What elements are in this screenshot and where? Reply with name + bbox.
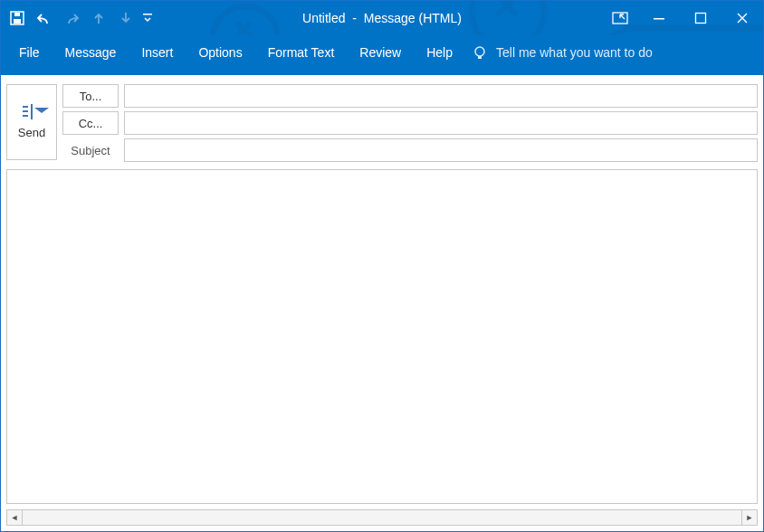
subject-label: Subject [62,144,119,157]
body-container [1,166,763,508]
tab-message[interactable]: Message [53,35,129,70]
svg-point-0 [213,6,278,35]
svg-point-1 [472,1,544,35]
customize-qat-icon[interactable] [140,5,157,31]
scroll-right-icon[interactable]: ► [741,509,758,526]
tab-options[interactable]: Options [186,35,254,70]
tell-me-label: Tell me what you want to do [496,45,653,60]
horizontal-scrollbar[interactable]: ◄ ► [6,509,758,526]
maximize-button[interactable] [680,1,721,35]
to-input[interactable] [124,84,758,108]
compose-header: Send To... Cc... Subject [1,75,763,166]
minimize-button[interactable] [638,1,680,35]
undo-icon[interactable] [32,5,57,31]
tab-insert[interactable]: Insert [129,35,186,70]
lightbulb-icon [473,45,487,60]
ribbon-tabs: File Message Insert Options Format Text … [1,35,763,75]
quick-access-toolbar [1,1,157,35]
tab-format-text[interactable]: Format Text [255,35,348,70]
ribbon-display-options-icon[interactable] [602,1,638,35]
tab-review[interactable]: Review [347,35,414,70]
svg-rect-8 [654,18,664,20]
next-item-icon [113,5,138,31]
tell-me-search[interactable]: Tell me what you want to do [473,35,758,70]
to-button[interactable]: To... [62,84,119,108]
svg-rect-11 [478,56,482,59]
svg-rect-4 [14,19,21,24]
send-button[interactable]: Send [6,84,57,160]
title-bar: Untitled - Message (HTML) [1,1,763,35]
send-envelope-icon [31,105,33,119]
window-title: Untitled - Message (HTML) [302,11,462,25]
cc-button[interactable]: Cc... [62,111,119,135]
window-controls [602,1,763,35]
previous-item-icon [86,5,111,31]
svg-rect-6 [143,14,152,15]
scroll-left-icon[interactable]: ◄ [6,509,23,526]
cc-input[interactable] [124,111,758,135]
svg-rect-5 [14,13,20,16]
message-body[interactable] [6,169,758,504]
save-icon[interactable] [5,5,30,31]
svg-rect-9 [696,14,706,24]
close-button[interactable] [721,1,763,35]
tab-help[interactable]: Help [414,35,465,70]
tab-file[interactable]: File [6,35,53,70]
subject-input[interactable] [124,138,758,162]
svg-point-10 [475,47,484,56]
scroll-track[interactable] [23,509,741,526]
send-label: Send [18,126,45,139]
redo-icon [59,5,84,31]
